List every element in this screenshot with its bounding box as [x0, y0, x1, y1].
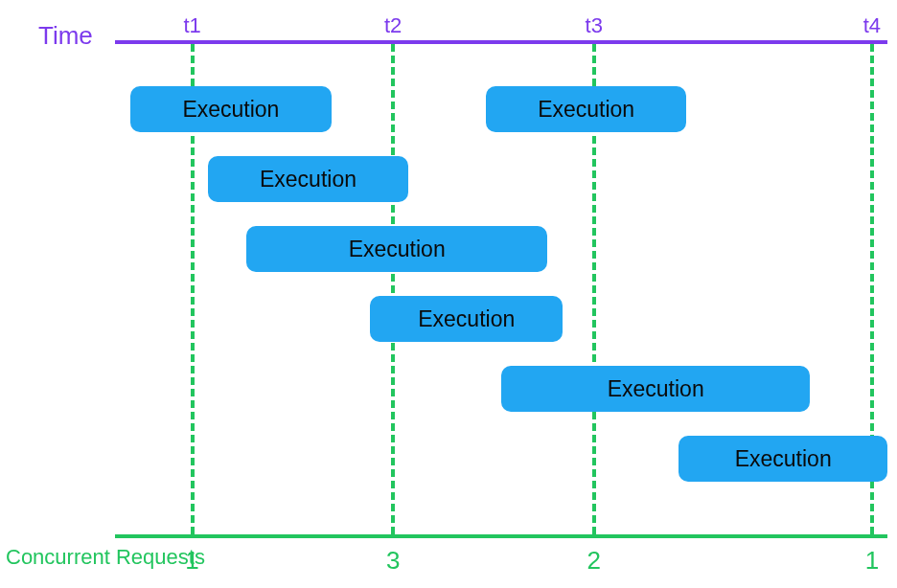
- time-tick-label: t3: [586, 13, 603, 38]
- concurrent-count-label: 1: [185, 546, 198, 576]
- time-axis-label: Time: [38, 21, 93, 51]
- concurrent-count-label: 3: [386, 546, 400, 576]
- execution-bar: Execution: [370, 296, 564, 342]
- time-marker-line: [391, 44, 395, 534]
- concurrent-count-label: 2: [586, 546, 600, 576]
- execution-bar: Execution: [130, 86, 332, 132]
- time-ticks: t1t2t3t4: [115, 13, 887, 42]
- concurrent-axis: [115, 534, 887, 538]
- diagram-canvas: Time t1t2t3t4 ExecutionExecutionExecutio…: [0, 0, 897, 588]
- execution-bar: Execution: [501, 366, 810, 412]
- time-tick-label: t2: [384, 13, 402, 38]
- concurrent-count-label: 1: [865, 546, 879, 576]
- execution-bar: Execution: [486, 86, 687, 132]
- execution-bar: Execution: [246, 226, 547, 272]
- concurrent-ticks: 1321: [115, 546, 887, 575]
- execution-bar: Execution: [678, 436, 887, 482]
- time-tick-label: t1: [183, 13, 200, 38]
- time-tick-label: t4: [863, 13, 881, 38]
- execution-bar: Execution: [208, 156, 409, 202]
- plot-area: ExecutionExecutionExecutionExecutionExec…: [115, 40, 887, 534]
